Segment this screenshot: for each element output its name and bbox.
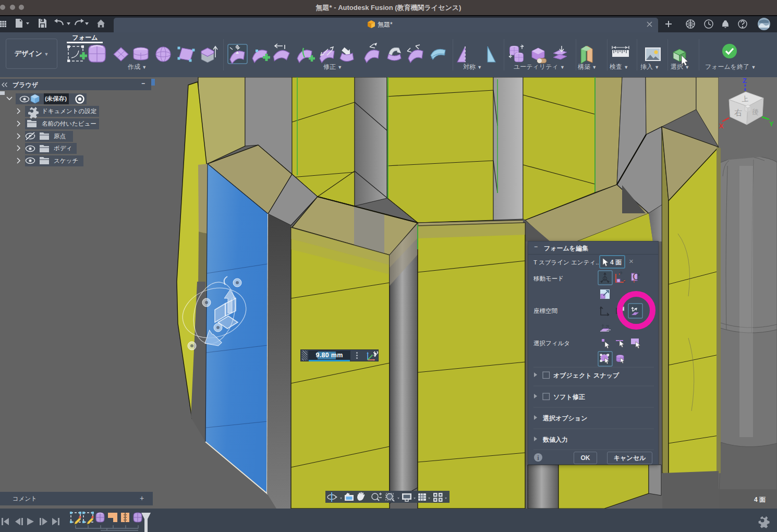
svg-text:X: X bbox=[719, 122, 724, 130]
svg-text:Y: Y bbox=[769, 120, 774, 128]
svg-text:右: 右 bbox=[734, 108, 743, 117]
svg-text:Z: Z bbox=[743, 77, 747, 84]
svg-text:後: 後 bbox=[751, 107, 759, 116]
svg-text:上: 上 bbox=[742, 95, 749, 103]
svg-text:無題*: 無題* bbox=[378, 21, 393, 28]
